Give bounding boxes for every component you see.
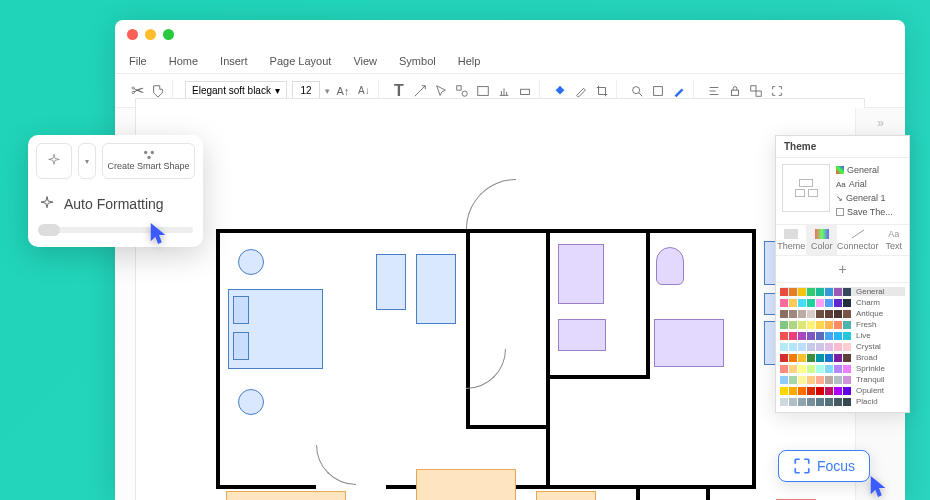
menu-page-layout[interactable]: Page Layout [270, 55, 332, 67]
titlebar [115, 20, 905, 48]
theme-title: Theme [776, 136, 909, 158]
minimize-window[interactable] [145, 29, 156, 40]
theme-opt-general[interactable]: General [834, 164, 903, 176]
fit-icon[interactable] [650, 83, 666, 99]
menu-help[interactable]: Help [458, 55, 481, 67]
palette-general[interactable]: General [780, 287, 905, 296]
shower[interactable] [558, 244, 604, 304]
svg-rect-7 [751, 85, 756, 90]
svg-rect-3 [521, 89, 530, 94]
theme-panel: Theme General AaArial ↘General 1 Save Th… [775, 135, 910, 413]
floorplan [216, 159, 836, 499]
shapes-icon[interactable] [454, 83, 470, 99]
palette-opulent[interactable]: Opulent [780, 386, 905, 395]
theme-tab-text[interactable]: AaText [879, 225, 909, 255]
image-icon[interactable] [475, 83, 491, 99]
line-color-icon[interactable] [573, 83, 589, 99]
svg-rect-0 [457, 85, 461, 89]
focus-tool-icon[interactable] [769, 83, 785, 99]
theme-opt-save[interactable]: Save The... [834, 206, 903, 218]
toilet[interactable] [656, 247, 684, 285]
cursor-icon [148, 221, 170, 247]
counter-1[interactable] [226, 491, 346, 500]
sparkle-dropdown[interactable]: ▾ [78, 143, 96, 179]
theme-tab-connector[interactable]: Connector [837, 225, 879, 255]
svg-point-4 [633, 86, 640, 93]
menu-file[interactable]: File [129, 55, 147, 67]
theme-tab-theme[interactable]: Theme [776, 225, 806, 255]
palette-sprinkle[interactable]: Sprinkle [780, 364, 905, 373]
theme-tab-color[interactable]: Color [806, 225, 836, 255]
theme-thumbnail[interactable] [782, 164, 830, 212]
add-theme[interactable]: + [776, 256, 909, 283]
font-increase[interactable]: A↑ [335, 83, 351, 99]
maximize-window[interactable] [163, 29, 174, 40]
more-icon[interactable] [517, 83, 533, 99]
palette-list: GeneralCharmAntiqueFreshLiveCrystalBroad… [776, 283, 909, 412]
font-decrease[interactable]: A↓ [356, 83, 372, 99]
menu-insert[interactable]: Insert [220, 55, 248, 67]
svg-point-17 [144, 151, 147, 154]
counter-2[interactable] [536, 491, 596, 500]
palette-placid[interactable]: Placid [780, 397, 905, 406]
palette-tranquil[interactable]: Tranquil [780, 375, 905, 384]
table-round[interactable] [238, 249, 264, 275]
focus-label: Focus [817, 458, 855, 474]
focus-callout[interactable]: Focus [778, 450, 870, 482]
drawing-paper [135, 98, 865, 500]
align-icon[interactable] [706, 83, 722, 99]
svg-rect-5 [654, 86, 663, 95]
connector-icon[interactable] [412, 83, 428, 99]
crop-icon[interactable] [594, 83, 610, 99]
bathtub[interactable] [654, 319, 724, 367]
sofa[interactable] [416, 469, 516, 500]
dresser[interactable] [376, 254, 406, 310]
svg-point-19 [147, 156, 150, 159]
pointer-icon[interactable] [433, 83, 449, 99]
create-smart-shape[interactable]: Create Smart Shape [102, 143, 195, 179]
theme-opt-connector[interactable]: ↘General 1 [834, 192, 903, 204]
palette-charm[interactable]: Charm [780, 298, 905, 307]
format-painter-icon[interactable] [150, 83, 166, 99]
sink-counter[interactable] [558, 319, 606, 351]
chart-icon[interactable] [496, 83, 512, 99]
palette-crystal[interactable]: Crystal [780, 342, 905, 351]
auto-formatting-popup: ▾ Create Smart Shape Auto Formatting [28, 135, 203, 247]
wardrobe[interactable] [416, 254, 456, 324]
group-icon[interactable] [748, 83, 764, 99]
menu-view[interactable]: View [353, 55, 377, 67]
svg-point-18 [150, 151, 153, 154]
auto-formatting-label[interactable]: Auto Formatting [64, 196, 164, 212]
auto-format-icon [38, 195, 56, 213]
menu-home[interactable]: Home [169, 55, 198, 67]
table-round-2[interactable] [238, 389, 264, 415]
fill-icon[interactable] [552, 83, 568, 99]
lock-icon[interactable] [727, 83, 743, 99]
cursor-icon-2 [868, 474, 890, 500]
zoom-icon[interactable] [629, 83, 645, 99]
palette-antique[interactable]: Antique [780, 309, 905, 318]
svg-point-1 [462, 91, 467, 96]
svg-rect-2 [478, 86, 489, 95]
text-icon[interactable]: T [391, 83, 407, 99]
palette-fresh[interactable]: Fresh [780, 320, 905, 329]
svg-rect-6 [731, 90, 738, 95]
menubar: File Home Insert Page Layout View Symbol… [115, 48, 905, 74]
palette-broad[interactable]: Broad [780, 353, 905, 362]
palette-live[interactable]: Live [780, 331, 905, 340]
svg-rect-8 [756, 91, 761, 96]
focus-icon [793, 457, 811, 475]
close-window[interactable] [127, 29, 138, 40]
bed[interactable] [228, 289, 323, 369]
sparkle-button[interactable] [36, 143, 72, 179]
theme-opt-font[interactable]: AaArial [834, 178, 903, 190]
menu-symbol[interactable]: Symbol [399, 55, 436, 67]
pen-icon[interactable] [671, 83, 687, 99]
cut-icon[interactable]: ✂ [129, 83, 145, 99]
